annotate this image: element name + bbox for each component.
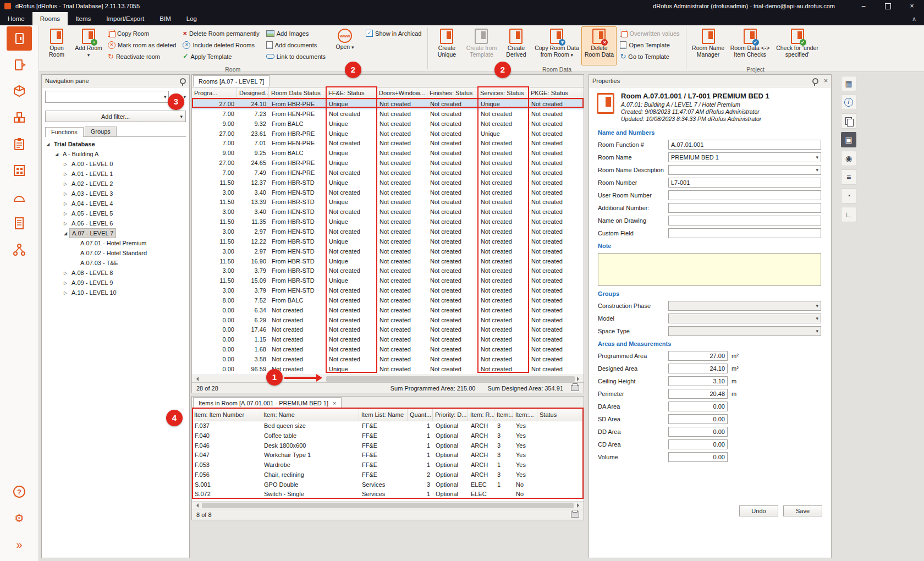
tree-item-a-08-level-8[interactable]: ▷A.08 - LEVEL 8	[42, 268, 189, 278]
table-row[interactable]: 0.001.15Not createdNot createdNot create…	[192, 335, 584, 345]
close-tab-icon[interactable]: ×	[333, 398, 336, 409]
reactivate-room-button[interactable]: ↻Reactivate room	[106, 51, 178, 62]
tree-item-a-07-level-7[interactable]: ◢A.07 - LEVEL 7	[42, 228, 189, 238]
settings-button[interactable]: ⚙	[7, 506, 32, 530]
model-panel-button[interactable]: ▣	[841, 132, 856, 147]
table-row[interactable]: S.001GPO DoubleServices3OptionalELEC1No	[192, 480, 584, 490]
table-row[interactable]: 3.003.79From HEN-STDNot createdNot creat…	[192, 286, 584, 296]
tree-item-a-07-01-hotel-premium[interactable]: A.07.01 - Hotel Premium	[42, 238, 189, 248]
delete-room-permanently-button[interactable]: ×Delete Room permanently	[180, 28, 261, 39]
tree-item-a-06-level-6[interactable]: ▷A.06 - LEVEL 6	[42, 218, 189, 228]
tree-item-a-04-level-4[interactable]: ▷A.04 - LEVEL 4	[42, 199, 189, 208]
table-row[interactable]: 3.002.97From HEN-STDNot createdNot creat…	[192, 247, 584, 257]
tree-item-a-building-a[interactable]: ◢A - Building A	[42, 149, 189, 159]
column-header-status[interactable]: Status	[537, 409, 580, 421]
add-documents-button[interactable]: Add documents	[264, 39, 328, 51]
column-header-item-item-number[interactable]: Item: Item Number	[192, 409, 261, 421]
sidebar-systems-button[interactable]	[7, 185, 32, 209]
add-images-button[interactable]: Add Images	[264, 28, 328, 39]
scroll-left-icon[interactable]	[194, 503, 199, 508]
sidebar-org-chart-button[interactable]	[7, 238, 32, 262]
volume-field[interactable]: 0.00	[668, 452, 728, 462]
open-room-button[interactable]: Open Room	[41, 26, 73, 65]
scroll-right-icon[interactable]	[577, 503, 581, 508]
close-icon[interactable]: ×	[824, 77, 828, 85]
column-header-item-list-name[interactable]: Item List: Name	[359, 409, 408, 421]
table-row[interactable]: 3.003.79From HBR-STDNot createdNot creat…	[192, 266, 584, 276]
collapse-ribbon-icon[interactable]: ∧	[912, 12, 916, 25]
tree-expand-icon[interactable]: ▷	[62, 191, 69, 196]
table-row[interactable]: 11.5012.22From HBR-STDUniqueNot createdN…	[192, 237, 584, 247]
tab-import-export[interactable]: Import/Export	[98, 12, 152, 25]
items-horizontal-scrollbar[interactable]	[192, 501, 584, 509]
tree-item-a-03-level-3[interactable]: ▷A.03 - LEVEL 3	[42, 189, 189, 199]
programmed-area-field[interactable]: 27.00	[668, 351, 728, 361]
tree-collapse-icon[interactable]: ◢	[44, 142, 52, 147]
sidebar-room-list-button[interactable]	[7, 53, 32, 77]
model-select[interactable]: ▾	[668, 314, 821, 323]
table-row[interactable]: F.053WardrobeFF&E1OptionalARCH1Yes	[192, 460, 584, 470]
layout-grid-button[interactable]: ▦	[841, 76, 856, 91]
tab-rooms[interactable]: Rooms	[32, 12, 68, 25]
da-area-field[interactable]: 0.00	[668, 402, 728, 411]
tab-home[interactable]: Home	[0, 12, 32, 25]
copy-room-data-from-room-button[interactable]: ▾ Copy Room Data from Room ▾	[532, 26, 581, 65]
note-input[interactable]	[598, 253, 821, 286]
sidebar-items-module-button[interactable]	[7, 106, 32, 130]
pin-icon[interactable]	[812, 78, 818, 84]
user-room-number-field[interactable]	[668, 190, 821, 200]
ceiling-height-field[interactable]: 3.10	[668, 376, 728, 386]
sd-area-field[interactable]: 0.00	[668, 414, 728, 424]
construction-phase-select[interactable]: ▾	[668, 301, 821, 311]
column-header-item[interactable]: Item:...	[513, 409, 537, 421]
tree-expand-icon[interactable]: ▷	[62, 280, 69, 285]
tree-expand-icon[interactable]: ▷	[62, 290, 69, 295]
mark-room-deleted-button[interactable]: ×Mark room as deleted	[106, 39, 178, 51]
name-on-drawing-field[interactable]	[668, 216, 821, 226]
check-under-specified-button[interactable]: ✓ Check for 'under specified'	[773, 26, 822, 65]
table-row[interactable]: 0.003.58Not createdNot createdNot create…	[192, 355, 584, 365]
tree-item-a-09-level-9[interactable]: ▷A.09 - LEVEL 9	[42, 278, 189, 288]
table-row[interactable]: 11.5016.90From HBR-STDUniqueNot createdN…	[192, 257, 584, 267]
table-row[interactable]: 7.007.49From HEN-PRENot createdNot creat…	[192, 168, 584, 178]
tab-items[interactable]: Items	[68, 12, 98, 25]
link-to-documents-button[interactable]: Link to documents	[264, 51, 328, 62]
create-from-template-button[interactable]: Create from Template	[463, 26, 500, 65]
table-row[interactable]: F.047Workchair Type 1FF&E1OptionalARCH3Y…	[192, 450, 584, 460]
close-button[interactable]: ×	[900, 0, 924, 12]
help-button[interactable]: ?	[7, 480, 32, 504]
tree-expand-icon[interactable]: ▷	[62, 172, 69, 177]
column-header-finishes-status[interactable]: Finishes: Status	[427, 87, 478, 99]
measure-panel-button[interactable]: ∟	[841, 207, 856, 222]
rooms-horizontal-scrollbar[interactable]	[192, 375, 584, 383]
print-icon[interactable]	[571, 512, 579, 518]
table-row[interactable]: 11.5011.35From HBR-STDUniqueNot createdN…	[192, 217, 584, 227]
room-name-manager-button[interactable]: Room Name Manager	[689, 26, 728, 65]
table-row[interactable]: 3.003.40From HEN-STDNot createdNot creat…	[192, 207, 584, 217]
table-row[interactable]: 8.007.52From BALCNot createdNot createdN…	[192, 296, 584, 306]
table-row[interactable]: 3.003.40From HEN-STDNot createdNot creat…	[192, 188, 584, 198]
create-derived-button[interactable]: Create Derived	[500, 26, 532, 65]
tree-item-a-10-level-10[interactable]: ▷A.10 - LEVEL 10	[42, 288, 189, 298]
tree-item-a-05-level-5[interactable]: ▷A.05 - LEVEL 5	[42, 208, 189, 218]
www-open-button[interactable]: www Open ▾	[329, 26, 361, 65]
print-icon[interactable]	[571, 385, 579, 391]
create-unique-button[interactable]: Create Unique	[431, 26, 463, 65]
overwritten-values-button[interactable]: Overwritten values	[618, 28, 681, 39]
tab-log[interactable]: Log	[179, 12, 205, 25]
column-header-ff-e-status[interactable]: FF&E: Status	[326, 87, 377, 99]
tree-expand-icon[interactable]: ▷	[62, 221, 69, 226]
delete-room-data-button[interactable]: × Delete Room Data	[581, 26, 617, 65]
column-header-item[interactable]: Item:...	[494, 409, 513, 421]
table-row[interactable]: 9.009.32From BALCUniqueNot createdNot cr…	[192, 119, 584, 129]
sidebar-3d-model-button[interactable]	[7, 79, 32, 103]
sidebar-documents-button[interactable]	[7, 211, 32, 235]
table-row[interactable]: F.040Coffee tableFF&E1OptionalARCH3Yes	[192, 431, 584, 441]
tab-bim[interactable]: BIM	[152, 12, 178, 25]
tree-expand-icon[interactable]: ▷	[62, 162, 69, 167]
apply-template-button[interactable]: ✓Apply Template	[180, 51, 261, 62]
sidebar-buildings-button[interactable]	[7, 158, 32, 183]
room-number-field[interactable]: L7-001	[668, 178, 821, 188]
column-header-services-status[interactable]: Services: Status	[478, 87, 529, 99]
table-row[interactable]: 11.5012.37From HBR-STDUniqueNot createdN…	[192, 178, 584, 188]
